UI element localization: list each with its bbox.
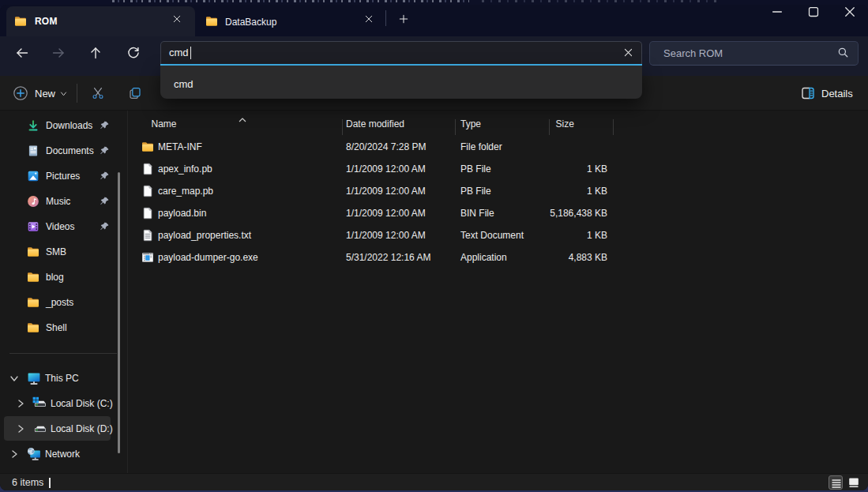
sidebar-item-label: Local Disk (D:) [51, 423, 113, 434]
music-icon [27, 195, 39, 208]
sidebar-item-music[interactable]: Music [0, 189, 126, 214]
column-header-date[interactable]: Date modified [346, 118, 404, 130]
background-app-text-fragment [112, 0, 469, 2]
sidebar-item-local-disk-d[interactable]: Local Disk (D:) [0, 416, 126, 441]
column-header-size[interactable]: Size [556, 118, 574, 130]
downloads-icon [27, 119, 39, 132]
sidebar-item-label: Videos [46, 221, 74, 232]
clear-address-icon[interactable] [624, 48, 633, 57]
tab-rom[interactable]: ROM [6, 6, 195, 36]
scissors-icon [91, 86, 105, 100]
refresh-icon[interactable] [126, 46, 141, 60]
up-icon[interactable] [88, 46, 103, 60]
sidebar-item-label: This PC [45, 373, 79, 384]
column-header-type[interactable]: Type [460, 118, 481, 130]
file-row-care-map[interactable]: care_map.pb 1/1/2009 12:00 AM PB File 1 … [129, 180, 868, 202]
sidebar-item-label: Local Disk (C:) [51, 398, 113, 409]
tab-close-icon[interactable] [365, 15, 373, 23]
file-type: BIN File [460, 208, 494, 219]
column-separator[interactable] [455, 119, 456, 135]
sidebar-item-network[interactable]: Network [0, 441, 126, 467]
background-app-text-fragment-2 [482, 0, 719, 2]
sidebar-item-videos[interactable]: Videos [0, 214, 126, 239]
tab-rom-label: ROM [35, 16, 58, 27]
view-details-icon [830, 477, 843, 490]
status-divider [49, 478, 51, 488]
file-icon [141, 163, 154, 175]
close-icon [844, 6, 855, 17]
folder-icon [27, 296, 39, 309]
documents-icon [27, 145, 39, 157]
view-thumbnails-icon [847, 476, 860, 489]
chevron-down-icon [60, 90, 67, 97]
column-headers: Name Date modified Type Size [129, 118, 868, 136]
sidebar-scrollbar[interactable] [118, 172, 120, 453]
details-button[interactable]: Details [794, 81, 862, 106]
file-row-payload-dumper[interactable]: payload-dumper-go.exe 5/31/2022 12:16 AM… [129, 246, 868, 269]
tab-strip-divider [385, 10, 386, 26]
maximize-button[interactable] [795, 5, 832, 28]
file-explorer-window: ROM DataBackup [0, 5, 868, 490]
chevron-right-icon[interactable] [16, 399, 25, 408]
file-name: care_map.pb [158, 186, 213, 197]
tab-databackup[interactable]: DataBackup [199, 6, 382, 36]
file-row-apex-info[interactable]: apex_info.pb 1/1/2009 12:00 AM PB File 1… [129, 158, 868, 180]
suggestion-item[interactable]: cmd [160, 66, 642, 99]
application-icon [141, 251, 154, 264]
sidebar-item-posts[interactable]: _posts [0, 290, 126, 315]
folder-icon [205, 15, 218, 28]
videos-icon [27, 220, 39, 233]
sidebar-divider [127, 111, 128, 473]
search-icon[interactable] [837, 47, 849, 58]
new-tab-icon[interactable] [399, 14, 408, 24]
sidebar-item-documents[interactable]: Documents [0, 138, 126, 163]
minimize-button[interactable] [759, 5, 795, 28]
pin-icon [100, 171, 109, 181]
file-type: PB File [460, 163, 491, 175]
file-icon [141, 207, 154, 220]
chevron-right-icon[interactable] [16, 424, 25, 434]
sidebar-item-label: Shell [46, 322, 67, 333]
column-separator[interactable] [613, 119, 614, 135]
view-thumbnails-button[interactable] [847, 475, 861, 490]
column-separator[interactable] [342, 119, 343, 135]
address-bar[interactable] [160, 41, 642, 65]
sidebar-item-shell[interactable]: Shell [0, 315, 126, 340]
column-separator[interactable] [549, 119, 550, 135]
sidebar-item-label: Music [46, 196, 70, 207]
file-size: 1 KB [521, 163, 607, 175]
sidebar-item-label: _posts [46, 297, 73, 308]
forward-icon[interactable] [51, 46, 66, 60]
sidebar-item-this-pc[interactable]: This PC [0, 366, 126, 391]
new-button[interactable]: New [6, 81, 76, 106]
cut-button[interactable] [84, 81, 112, 106]
address-bar-value: cmd [169, 47, 189, 58]
file-name: payload.bin [158, 208, 206, 219]
file-row-payload-bin[interactable]: payload.bin 1/1/2009 12:00 AM BIN File 5… [129, 202, 868, 224]
file-name: payload-dumper-go.exe [158, 252, 258, 263]
view-details-button[interactable] [829, 475, 843, 490]
items-count: 6 items [12, 477, 43, 488]
sidebar-item-label: Network [45, 449, 80, 460]
tab-close-icon[interactable] [173, 15, 181, 23]
copy-button[interactable] [121, 81, 149, 106]
column-header-name[interactable]: Name [152, 118, 177, 130]
chevron-down-icon[interactable] [9, 374, 19, 383]
copy-icon [128, 86, 142, 100]
details-panel-icon [800, 85, 816, 101]
sidebar-item-downloads[interactable]: Downloads [0, 113, 126, 138]
file-row-payload-properties[interactable]: payload_properties.txt 1/1/2009 12:00 AM… [129, 224, 868, 246]
file-name: META-INF [158, 141, 202, 152]
close-window-button[interactable] [832, 5, 868, 28]
back-icon[interactable] [15, 46, 29, 60]
folder-icon [27, 271, 39, 284]
sidebar-item-blog[interactable]: blog [0, 265, 126, 290]
sidebar-item-smb[interactable]: SMB [0, 239, 126, 265]
title-bar: ROM DataBackup [0, 5, 868, 36]
file-type: PB File [460, 186, 491, 197]
sidebar-item-pictures[interactable]: Pictures [0, 163, 126, 189]
chevron-right-icon[interactable] [9, 449, 19, 459]
file-row-meta-inf[interactable]: META-INF 8/20/2024 7:28 PM File folder [129, 136, 868, 158]
pin-icon [100, 121, 109, 130]
sidebar-item-local-disk-c[interactable]: Local Disk (C:) [0, 391, 126, 416]
